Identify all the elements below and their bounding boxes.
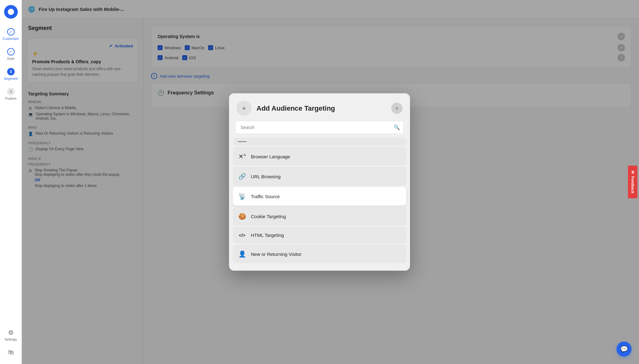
sidebar-item-bag[interactable]: 🛍: [2, 346, 20, 359]
divider-icon: [238, 141, 246, 142]
list-item-divider: [233, 138, 406, 146]
list-item-traffic-source[interactable]: 📡 Traffic Source: [233, 187, 406, 206]
modal-close-button[interactable]: ×: [391, 103, 402, 114]
sidebar-item-settings[interactable]: ⚙ Settings: [2, 326, 20, 344]
chat-icon: 💬: [620, 345, 628, 353]
left-navigation: ✓ Customize ✓ Style 3 Segment 4 Publish …: [0, 0, 22, 364]
check-icon: ✓: [7, 28, 15, 36]
feedback-label: Feedback: [630, 176, 635, 193]
list-item-url-browsing[interactable]: 🔗 URL Browsing: [233, 167, 406, 186]
code-icon: </>: [238, 232, 246, 238]
modal-plus-button[interactable]: +: [237, 101, 251, 116]
chat-button[interactable]: 💬: [617, 342, 632, 357]
add-audience-targeting-modal: + Add Audience Targeting × 🔍 ✕A Browser …: [229, 93, 410, 271]
sidebar-label-customize: Customize: [3, 37, 19, 41]
segment-step-number: 3: [7, 68, 15, 75]
publish-step-number: 4: [7, 88, 15, 95]
browser-language-label: Browser Language: [251, 154, 290, 159]
sidebar-item-customize[interactable]: ✓ Customize: [2, 25, 20, 44]
new-returning-label: New or Returning Visitor: [251, 251, 301, 256]
modal-search-container: 🔍: [235, 121, 404, 134]
plus-icon: +: [242, 104, 246, 113]
search-input[interactable]: [235, 121, 404, 134]
sidebar-item-style[interactable]: ✓ Style: [2, 45, 20, 64]
feedback-icon: ✉: [630, 170, 635, 174]
sidebar-item-publish[interactable]: 4 Publish: [2, 85, 20, 103]
sidebar-label-publish: Publish: [5, 97, 16, 100]
cookie-icon: 🍪: [238, 213, 246, 220]
sidebar-label-settings: Settings: [5, 338, 17, 341]
html-targeting-label: HTML Targeting: [251, 232, 284, 238]
person-group-icon: 👤: [238, 250, 246, 258]
modal-header: + Add Audience Targeting ×: [229, 93, 410, 121]
link-icon: 🔗: [238, 173, 246, 180]
close-icon: ×: [395, 106, 398, 111]
sidebar-label-segment: Segment: [4, 77, 17, 80]
list-item-new-returning-visitor[interactable]: 👤 New or Returning Visitor: [233, 245, 406, 263]
traffic-source-label: Traffic Source: [251, 194, 280, 199]
bag-icon: 🛍: [8, 349, 14, 356]
cookie-targeting-label: Cookie Targeting: [251, 213, 286, 219]
url-browsing-label: URL Browsing: [251, 174, 280, 179]
modal-title: Add Audience Targeting: [256, 104, 386, 113]
list-item-cookie-targeting[interactable]: 🍪 Cookie Targeting: [233, 207, 406, 226]
feedback-tab[interactable]: ✉ Feedback: [628, 165, 637, 198]
sidebar-item-segment[interactable]: 3 Segment: [2, 65, 20, 84]
check-icon: ✓: [7, 48, 15, 55]
sidebar-label-style: Style: [7, 57, 14, 60]
list-item-html-targeting[interactable]: </> HTML Targeting: [233, 227, 406, 243]
translate-icon: ✕A: [238, 153, 246, 160]
signal-icon: 📡: [238, 193, 246, 200]
settings-icon: ⚙: [8, 329, 14, 336]
search-icon: 🔍: [394, 124, 400, 130]
app-logo[interactable]: [4, 5, 18, 19]
list-item-browser-language[interactable]: ✕A Browser Language: [233, 147, 406, 166]
svg-point-0: [8, 9, 14, 15]
modal-items-list: ✕A Browser Language 🔗 URL Browsing 📡 Tra…: [229, 138, 410, 271]
